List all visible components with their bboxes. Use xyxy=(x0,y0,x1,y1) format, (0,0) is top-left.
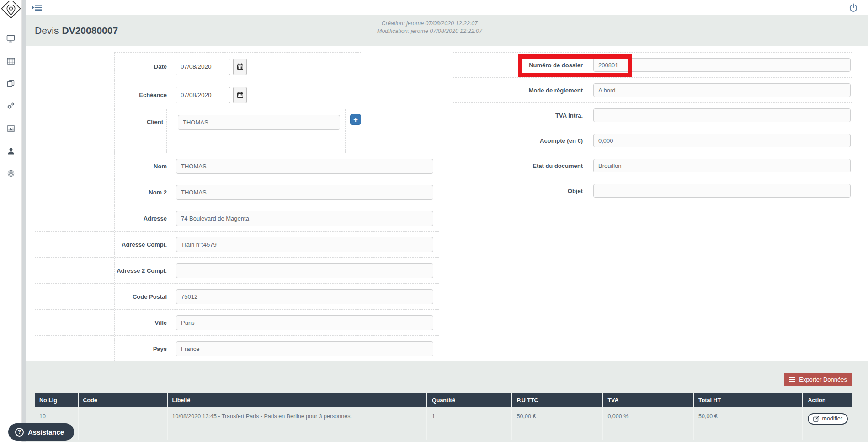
export-data-label: Exporter Données xyxy=(799,376,847,383)
etat-document-input[interactable] xyxy=(593,159,851,172)
acompte-input[interactable] xyxy=(593,134,851,147)
menu-bars-icon xyxy=(789,377,795,382)
assistance-button[interactable]: ? Assistance xyxy=(8,423,74,441)
form-right-column: Numéro de dossier Mode de règlement TVA … xyxy=(453,52,852,203)
sidebar-item-user[interactable] xyxy=(0,140,22,162)
cell-pu-ttc: 50,00 € xyxy=(511,407,602,440)
echeance-calendar-button[interactable] xyxy=(233,87,247,103)
adresse-label: Adresse xyxy=(114,205,170,231)
objet-field-cell xyxy=(592,178,852,203)
adresse-compl-input[interactable] xyxy=(176,237,433,252)
nom2-field-cell xyxy=(170,179,439,205)
cell-code xyxy=(78,407,167,440)
form-left-column: Date xyxy=(35,52,439,361)
pages-icon xyxy=(7,80,15,87)
col-libelle: Libellé xyxy=(167,393,426,407)
objet-label: Objet xyxy=(453,178,592,203)
power-icon xyxy=(849,3,858,12)
adresse2-compl-input[interactable] xyxy=(176,263,433,278)
nom-input[interactable] xyxy=(176,159,433,174)
ville-field-cell xyxy=(170,310,439,335)
acompte-field-cell xyxy=(592,128,852,153)
echeance-field-cell xyxy=(170,81,361,109)
client-label: Client xyxy=(114,109,166,153)
sidebar-item-monitor[interactable] xyxy=(0,27,22,50)
sidebar-item-settings[interactable] xyxy=(0,95,22,117)
modify-button[interactable]: modifier xyxy=(808,413,847,425)
form-row-echeance: Echéance xyxy=(114,81,361,109)
echeance-input[interactable] xyxy=(176,87,230,103)
modify-label: modifier xyxy=(822,415,842,422)
modification-info: Modification: jerome 07/08/2020 12:22:07 xyxy=(293,27,567,35)
sidebar-nav xyxy=(0,27,21,184)
adresse2-compl-label: Adresse 2 Compl. xyxy=(114,258,170,283)
col-pu-ttc: P.U TTC xyxy=(511,393,602,407)
mode-reglement-input[interactable] xyxy=(593,83,851,97)
date-input[interactable] xyxy=(176,59,230,75)
monitor-icon xyxy=(6,35,15,43)
ville-label: Ville xyxy=(114,310,170,335)
pays-label: Pays xyxy=(114,336,170,361)
form-row-acompte: Acompte (en €) xyxy=(453,128,852,153)
target-icon xyxy=(7,170,15,177)
form-row-date: Date xyxy=(114,52,361,81)
nom2-input[interactable] xyxy=(176,185,433,200)
nom2-label: Nom 2 xyxy=(114,179,170,205)
cell-libelle: 10/08/2020 13:45 - Transfert Paris - Par… xyxy=(167,407,426,440)
add-client-button[interactable]: + xyxy=(350,114,361,125)
objet-input[interactable] xyxy=(593,184,851,198)
date-calendar-button[interactable] xyxy=(233,59,247,75)
page-title: Devis DV20080007 xyxy=(35,15,118,46)
logout-button[interactable] xyxy=(849,3,858,12)
client-input[interactable] xyxy=(178,115,340,130)
question-icon: ? xyxy=(15,428,24,437)
sidebar-item-stats[interactable] xyxy=(0,117,22,140)
form-left-main-table: Nom Nom 2 Adresse xyxy=(35,153,439,361)
sidebar-item-table[interactable] xyxy=(0,50,22,72)
acompte-label: Acompte (en €) xyxy=(453,128,592,153)
ville-input[interactable] xyxy=(176,315,433,330)
scrollbar-track[interactable] xyxy=(22,0,26,442)
table-icon xyxy=(7,58,15,65)
col-tva: TVA xyxy=(602,393,693,407)
row-gutter xyxy=(35,336,114,361)
nom-label: Nom xyxy=(114,153,170,179)
sidebar xyxy=(0,0,22,442)
sidebar-item-target[interactable] xyxy=(0,162,22,184)
export-data-button[interactable]: Exporter Données xyxy=(784,373,852,386)
col-quantite: Quantité xyxy=(426,393,511,407)
form-row-objet: Objet xyxy=(453,178,852,203)
cell-action: modifier xyxy=(802,407,852,440)
cell-total-ht: 50,00 € xyxy=(693,407,802,440)
form-row-nom: Nom xyxy=(35,153,439,179)
client-add-cell: + xyxy=(345,109,361,153)
form-row-adresse: Adresse xyxy=(35,205,439,231)
form-row-ville: Ville xyxy=(35,309,439,335)
form-row-nom2: Nom 2 xyxy=(35,179,439,205)
form-left-top-table: Date xyxy=(114,52,361,153)
row-gutter xyxy=(35,232,114,257)
sidebar-item-pages[interactable] xyxy=(0,72,22,95)
code-postal-input[interactable] xyxy=(176,289,433,304)
topbar xyxy=(26,0,868,15)
row-gutter xyxy=(35,153,114,179)
adresse2-compl-field-cell xyxy=(170,258,439,283)
adresse-input[interactable] xyxy=(176,211,433,226)
row-gutter xyxy=(35,284,114,309)
stats-icon xyxy=(7,125,15,132)
sidebar-toggle-icon xyxy=(32,4,42,11)
tva-intra-input[interactable] xyxy=(593,108,851,122)
mode-reglement-field-cell xyxy=(592,78,852,102)
form-row-numero-dossier: Numéro de dossier xyxy=(453,52,852,77)
row-gutter xyxy=(35,179,114,205)
app-logo[interactable] xyxy=(0,0,22,25)
calendar-icon xyxy=(237,63,244,70)
page-title-prefix: Devis xyxy=(35,25,59,36)
pays-input[interactable] xyxy=(176,341,433,356)
form-row-tva-intra: TVA intra. xyxy=(453,102,852,128)
sidebar-toggle-button[interactable] xyxy=(32,4,42,11)
numero-dossier-input[interactable] xyxy=(593,58,851,72)
cell-quantite: 1 xyxy=(426,407,511,440)
client-field-cell xyxy=(166,109,345,153)
diamond-pin-logo-icon xyxy=(0,1,21,25)
